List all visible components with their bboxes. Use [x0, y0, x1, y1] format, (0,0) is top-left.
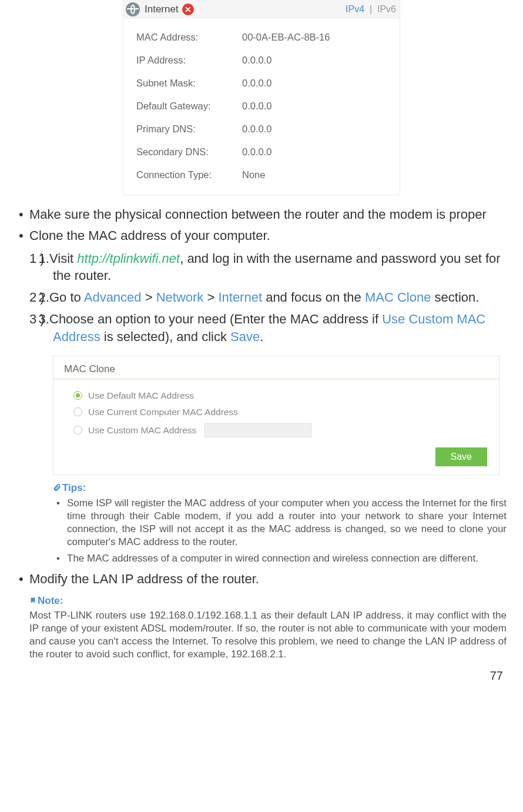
save-button[interactable]: Save: [435, 447, 487, 466]
mac-clone-panel: MAC Clone Use Default MAC Address Use Cu…: [53, 356, 499, 475]
paperclip-icon: [53, 483, 61, 494]
status-header: Internet ✕ IPv4 | IPv6: [123, 0, 400, 19]
bullet-physical-connection: Make sure the physical connection betwee…: [16, 206, 507, 223]
step-2: 2 )Go to Advanced > Network > Internet a…: [53, 286, 507, 308]
internet-status-panel: Internet ✕ IPv4 | IPv6 MAC Address:00-0A…: [123, 0, 400, 195]
tips-block: Tips: Some ISP will register the MAC add…: [53, 479, 507, 567]
radio-icon: [73, 407, 82, 416]
mac-clone-title: MAC Clone: [53, 356, 499, 379]
row-conn: Connection Type:None: [136, 163, 396, 186]
custom-mac-input[interactable]: [204, 423, 311, 437]
tip-1: Some ISP will register the MAC address o…: [67, 495, 507, 550]
mac-clone-radio-group: Use Default MAC Address Use Current Comp…: [53, 379, 499, 445]
clone-mac-steps: 1 )Visit http://tplinkwifi.net, and log …: [29, 248, 507, 347]
row-subnet: Subnet Mask:0.0.0.0: [136, 72, 396, 95]
ipv4-tab[interactable]: IPv4: [346, 4, 364, 14]
instruction-list: Make sure the physical connection betwee…: [16, 206, 507, 244]
radio-default-mac[interactable]: Use Default MAC Address: [73, 387, 499, 404]
row-gateway: Default Gateway:0.0.0.0: [136, 95, 396, 118]
row-sdns: Secondary DNS:0.0.0.0: [136, 141, 396, 163]
bullet-clone-mac: Clone the MAC address of your computer.: [16, 227, 507, 245]
note-block: Note: Most TP-LINK routers use 192.168.0…: [29, 592, 507, 661]
bullet-modify-lan-ip: Modify the LAN IP address of the router.: [16, 570, 507, 588]
disconnected-icon: ✕: [182, 4, 194, 15]
radio-icon: [73, 426, 82, 435]
row-mac: MAC Address:00-0A-EB-AC-8B-16: [136, 26, 396, 49]
status-rows: MAC Address:00-0A-EB-AC-8B-16 IP Address…: [123, 19, 400, 195]
radio-icon: [73, 391, 82, 400]
radio-custom-mac[interactable]: Use Custom MAC Address: [73, 420, 499, 440]
globe-icon: [126, 2, 140, 16]
step-1: 1 )Visit http://tplinkwifi.net, and log …: [53, 248, 507, 286]
ipv6-tab[interactable]: IPv6: [377, 4, 396, 14]
row-pdns: Primary DNS:0.0.0.0: [136, 118, 396, 141]
note-body: Most TP-LINK routers use 192.168.0.1/192…: [29, 609, 507, 661]
instruction-list-2: Modify the LAN IP address of the router.: [16, 570, 507, 588]
page-number: 77: [16, 661, 507, 686]
tip-2: The MAC addresses of a computer in wired…: [67, 550, 507, 567]
step-3: 3 )Choose an option to your need (Enter …: [53, 308, 507, 347]
tplinkwifi-link[interactable]: http://tplinkwifi.net: [77, 251, 180, 266]
row-ip: IP Address:0.0.0.0: [136, 49, 396, 72]
status-title: Internet: [145, 4, 179, 15]
bookmark-icon: [29, 596, 36, 607]
radio-current-computer-mac[interactable]: Use Current Computer MAC Address: [73, 404, 499, 420]
tips-header: Tips:: [53, 479, 507, 495]
ip-version-toggle[interactable]: IPv4 | IPv6: [346, 4, 396, 15]
note-header: Note:: [29, 592, 507, 609]
